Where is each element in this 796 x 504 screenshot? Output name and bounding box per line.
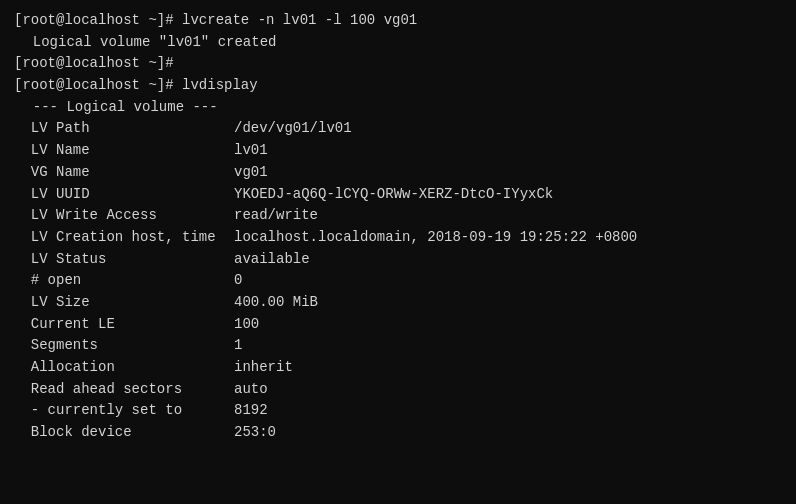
field-value: 1 — [234, 335, 242, 357]
terminal-line: - currently set to8192 — [14, 400, 782, 422]
field-name: - currently set to — [14, 400, 234, 422]
terminal-line: Read ahead sectorsauto — [14, 379, 782, 401]
terminal-line: LV UUIDYKOEDJ-aQ6Q-lCYQ-ORWw-XERZ-DtcO-I… — [14, 184, 782, 206]
field-value: 400.00 MiB — [234, 292, 318, 314]
field-name: Allocation — [14, 357, 234, 379]
terminal-line: LV Path/dev/vg01/lv01 — [14, 118, 782, 140]
field-value: inherit — [234, 357, 293, 379]
field-name: Read ahead sectors — [14, 379, 234, 401]
terminal-line: LV Size400.00 MiB — [14, 292, 782, 314]
field-value: vg01 — [234, 162, 268, 184]
field-value: auto — [234, 379, 268, 401]
terminal-line: LV Statusavailable — [14, 249, 782, 271]
terminal-line: LV Write Accessread/write — [14, 205, 782, 227]
field-name: LV Name — [14, 140, 234, 162]
field-value: 253:0 — [234, 422, 276, 444]
field-value: 8192 — [234, 400, 268, 422]
field-value: 0 — [234, 270, 242, 292]
field-value: available — [234, 249, 310, 271]
field-name: # open — [14, 270, 234, 292]
terminal-line: LV Namelv01 — [14, 140, 782, 162]
field-name: LV Creation host, time — [14, 227, 234, 249]
terminal-line: [root@localhost ~]# — [14, 53, 782, 75]
terminal-line: Logical volume "lv01" created — [14, 32, 782, 54]
terminal-line: Current LE100 — [14, 314, 782, 336]
field-value: /dev/vg01/lv01 — [234, 118, 352, 140]
terminal-line: VG Namevg01 — [14, 162, 782, 184]
terminal-line: Block device253:0 — [14, 422, 782, 444]
field-name: Current LE — [14, 314, 234, 336]
field-name: LV Size — [14, 292, 234, 314]
terminal: [root@localhost ~]# lvcreate -n lv01 -l … — [0, 0, 796, 504]
field-name: LV Status — [14, 249, 234, 271]
field-value: 100 — [234, 314, 259, 336]
field-value: YKOEDJ-aQ6Q-lCYQ-ORWw-XERZ-DtcO-IYyxCk — [234, 184, 553, 206]
terminal-line: --- Logical volume --- — [14, 97, 782, 119]
terminal-line: Segments1 — [14, 335, 782, 357]
field-name: LV UUID — [14, 184, 234, 206]
field-name: Block device — [14, 422, 234, 444]
terminal-line: # open0 — [14, 270, 782, 292]
terminal-line: [root@localhost ~]# lvdisplay — [14, 75, 782, 97]
terminal-line: LV Creation host, timelocalhost.localdom… — [14, 227, 782, 249]
terminal-line: Allocationinherit — [14, 357, 782, 379]
field-name: VG Name — [14, 162, 234, 184]
field-name: Segments — [14, 335, 234, 357]
field-value: lv01 — [234, 140, 268, 162]
field-name: LV Path — [14, 118, 234, 140]
terminal-line: [root@localhost ~]# lvcreate -n lv01 -l … — [14, 10, 782, 32]
field-value: read/write — [234, 205, 318, 227]
field-value: localhost.localdomain, 2018-09-19 19:25:… — [234, 227, 637, 249]
field-name: LV Write Access — [14, 205, 234, 227]
